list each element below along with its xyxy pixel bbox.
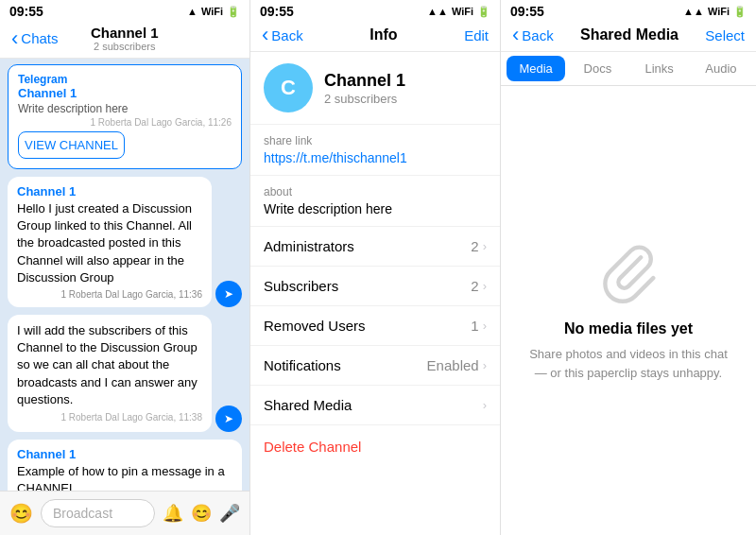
view-channel-button[interactable]: VIEW CHANNEL [18, 131, 125, 159]
chevron-icon-shared-media: › [483, 398, 487, 412]
channel-forward-post: Telegram Channel 1 Write description her… [8, 64, 242, 169]
channel-name: Channel 1 [324, 71, 405, 91]
media-back-label: Back [522, 27, 553, 43]
chat-nav-bar: Chats Channel 1 2 subscribers [0, 21, 249, 59]
tab-media[interactable]: Media [507, 56, 565, 81]
chevron-icon-notifications: › [483, 358, 487, 372]
subscribers-right: 2 › [471, 278, 487, 294]
panel-shared-media: 09:55 ▲▲ WiFi 🔋 Back Shared Media Select… [501, 0, 756, 535]
chevron-icon-admins: › [483, 239, 487, 253]
shared-media-right: › [483, 398, 487, 412]
msg2-text: Hello I just created a Discussion Group … [17, 200, 202, 286]
media-select-button[interactable]: Select [705, 27, 745, 43]
chats-back-label: Chats [21, 30, 58, 46]
tab-docs[interactable]: Docs [568, 56, 627, 81]
info-row-removed-users[interactable]: Removed Users 1 › [250, 306, 500, 346]
channel-avatar: C [264, 63, 313, 112]
info-nav-bar: Back Info Edit [250, 21, 500, 52]
status-bar-2: 09:55 ▲▲ WiFi 🔋 [250, 0, 500, 21]
msg2-meta: 1 Roberta Dal Lago Garcia, 11:36 [17, 289, 202, 300]
status-bar-3: 09:55 ▲▲ WiFi 🔋 [501, 0, 756, 21]
broadcast-input[interactable]: Broadcast [41, 499, 155, 527]
chevron-icon-removed: › [483, 319, 487, 333]
wifi-icon-3: WiFi [708, 6, 730, 17]
info-back-button[interactable]: Back [262, 25, 303, 45]
about-label: about [264, 185, 487, 198]
removed-users-label: Removed Users [264, 318, 366, 334]
channel-subscribers: 2 subscribers [324, 92, 405, 106]
media-empty-subtitle: Share photos and videos in this chat— or… [529, 345, 728, 382]
media-empty-state: No media files yet Share photos and vide… [501, 86, 756, 535]
battery-icon-2: 🔋 [477, 6, 490, 18]
signal-icon: ▲ [187, 6, 198, 17]
tab-links[interactable]: Links [630, 56, 689, 81]
status-icons-2: ▲▲ WiFi 🔋 [427, 6, 490, 18]
message-2: Channel 1 Hello I just created a Discuss… [8, 177, 212, 307]
info-rows: Administrators 2 › Subscribers 2 › Remov… [250, 227, 500, 535]
notifications-right: Enabled › [427, 357, 487, 373]
removed-users-right: 1 › [471, 318, 487, 334]
delete-channel-row[interactable]: Delete Channel [250, 425, 500, 469]
info-edit-button[interactable]: Edit [464, 27, 489, 43]
chat-nav-title: Channel 1 [91, 25, 159, 41]
info-back-label: Back [271, 27, 302, 43]
chevron-icon-subscribers: › [483, 279, 487, 293]
media-nav-bar: Back Shared Media Select [501, 21, 756, 52]
emoji-icon[interactable]: 😊 [191, 503, 212, 524]
bottom-input-bar: 😊 Broadcast 🔔 😊 🎤 [0, 491, 249, 535]
channel-info-text: Channel 1 2 subscribers [324, 71, 405, 106]
share-link-value[interactable]: https://t.me/thischannel1 [264, 150, 487, 165]
msg3-text: I will add the subscribers of this Chann… [17, 322, 202, 408]
msg3-meta: 1 Roberta Dal Lago Garcia, 11:38 [17, 411, 202, 424]
subscribers-label: Subscribers [264, 278, 338, 294]
bell-icon[interactable]: 🔔 [163, 503, 183, 524]
info-row-notifications[interactable]: Notifications Enabled › [250, 346, 500, 386]
delete-channel-label: Delete Channel [264, 439, 361, 455]
forward-icon-3[interactable]: ➤ [215, 406, 242, 432]
signal-icon-2: ▲▲ [427, 6, 448, 17]
forward-icon-2[interactable]: ➤ [215, 281, 242, 307]
share-link-label: share link [264, 134, 487, 147]
administrators-count: 2 [471, 238, 478, 254]
message-4: Channel 1 Example of how to pin a messag… [8, 440, 242, 491]
broadcast-placeholder: Broadcast [53, 506, 112, 521]
chat-nav-subtitle: 2 subscribers [91, 41, 159, 52]
administrators-right: 2 › [471, 238, 487, 254]
time-2: 09:55 [260, 4, 294, 19]
info-row-shared-media[interactable]: Shared Media › [250, 386, 500, 425]
chats-back-button[interactable]: Chats [11, 28, 59, 49]
message-3: I will add the subscribers of this Chann… [8, 315, 212, 432]
time-3: 09:55 [510, 4, 544, 19]
msg4-channel-label: Channel 1 [17, 447, 232, 461]
wifi-icon: WiFi [201, 6, 223, 17]
status-icons-1: ▲ WiFi 🔋 [187, 6, 240, 18]
subscribers-count: 2 [471, 278, 478, 294]
paperclip-icon [595, 239, 662, 305]
panel-info: 09:55 ▲▲ WiFi 🔋 Back Info Edit C Channel… [250, 0, 501, 535]
battery-icon: 🔋 [227, 6, 240, 18]
about-section: about Write description here [250, 176, 500, 227]
media-back-button[interactable]: Back [512, 25, 554, 45]
tab-audio[interactable]: Audio [692, 56, 750, 81]
shared-media-label: Shared Media [264, 397, 352, 413]
notifications-label: Notifications [264, 357, 341, 373]
mic-icon[interactable]: 🎤 [219, 503, 240, 524]
info-row-administrators[interactable]: Administrators 2 › [250, 227, 500, 267]
status-icons-3: ▲▲ WiFi 🔋 [683, 6, 747, 18]
time-1: 09:55 [9, 4, 43, 19]
signal-icon-3: ▲▲ [683, 6, 704, 17]
wifi-icon-2: WiFi [452, 6, 473, 17]
info-row-subscribers[interactable]: Subscribers 2 › [250, 267, 500, 306]
sticker-icon[interactable]: 😊 [9, 502, 33, 525]
info-nav-title: Info [369, 26, 397, 43]
administrators-label: Administrators [264, 238, 354, 254]
media-empty-title: No media files yet [564, 320, 693, 337]
forwarded-post-text: Write description here [18, 102, 232, 115]
message-row-2: Channel 1 Hello I just created a Discuss… [8, 177, 242, 307]
about-text: Write description here [264, 201, 487, 216]
msg4-text: Example of how to pin a message in a CHA… [17, 463, 232, 491]
forwarded-post-meta: 1 Roberta Dal Lago Garcia, 11:26 [18, 117, 232, 128]
message-area: Telegram Channel 1 Write description her… [0, 59, 249, 491]
info-channel-header: C Channel 1 2 subscribers [250, 52, 500, 125]
msg2-channel-label: Channel 1 [17, 184, 202, 198]
